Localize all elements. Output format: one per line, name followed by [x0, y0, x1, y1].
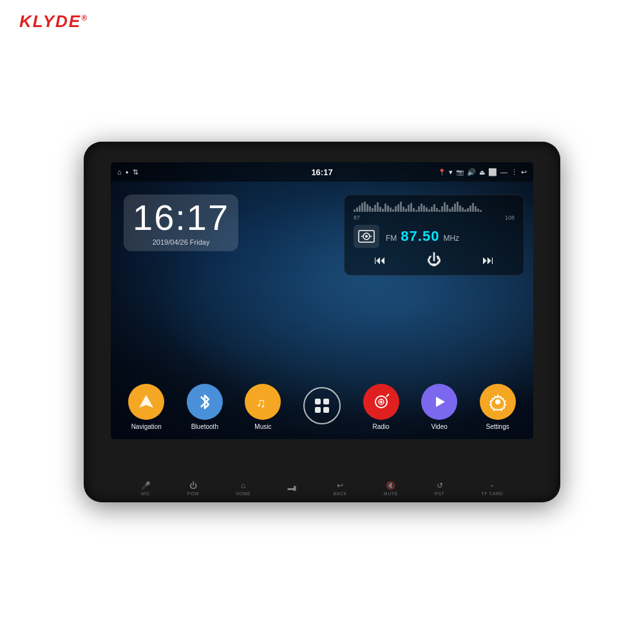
- freq-bar-16: [392, 209, 394, 212]
- hw-battery-button: ▬▮: [287, 484, 296, 493]
- radio-freq-display: FM 87.50 MHz: [386, 228, 515, 245]
- freq-bar-28: [423, 205, 425, 212]
- freq-bar-15: [390, 207, 392, 212]
- screen[interactable]: ⌂ ● ⇅ 16:17 📍 ▾ 📷 🔊 ⏏ ⬜ — ⋮ ↩ 16:17 20: [111, 162, 533, 439]
- settings-icon: [488, 392, 507, 412]
- radio-prev-button[interactable]: ⏮: [374, 254, 386, 267]
- app-radio[interactable]: Radio: [363, 384, 399, 430]
- location-status-icon: 📍: [438, 169, 446, 176]
- status-time: 16:17: [311, 167, 332, 177]
- freq-bar-47: [472, 203, 474, 212]
- freq-bar-12: [382, 209, 384, 212]
- freq-bar-34: [439, 210, 440, 212]
- freq-bar-36: [444, 202, 446, 212]
- brand-reg: ®: [81, 14, 88, 23]
- mic-label: MIC: [141, 491, 150, 496]
- svg-rect-7: [315, 399, 321, 404]
- status-bar: ⌂ ● ⇅ 16:17 📍 ▾ 📷 🔊 ⏏ ⬜ — ⋮ ↩: [111, 162, 533, 182]
- hw-rst-button[interactable]: ↺ RST: [435, 481, 445, 496]
- status-bar-left: ⌂ ● ⇅: [117, 168, 438, 176]
- hw-back-button[interactable]: ↩ BACK: [334, 481, 347, 496]
- freq-bar-33: [436, 208, 438, 212]
- app-home[interactable]: [303, 387, 341, 428]
- mute-icon: 🔇: [386, 481, 395, 490]
- settings-icon-circle: [480, 384, 516, 420]
- freq-bar-8: [372, 208, 374, 212]
- freq-bar-39: [451, 207, 453, 212]
- hw-tfcard-button[interactable]: ▫ TF CARD: [482, 481, 504, 496]
- freq-bar-13: [384, 204, 386, 212]
- freq-bar-42: [459, 205, 461, 212]
- svg-point-14: [380, 401, 383, 403]
- radio-widget[interactable]: 87 108 FM 87.50: [344, 194, 524, 276]
- hw-home-button[interactable]: ⌂ HOME: [236, 481, 251, 496]
- window-status-icon: —: [500, 168, 507, 176]
- freq-labels: 87 108: [354, 214, 515, 221]
- tfcard-label: TF CARD: [482, 491, 504, 496]
- tfcard-icon: ▫: [491, 481, 493, 490]
- freq-bar-31: [431, 207, 433, 212]
- battery-icon: ▬▮: [287, 484, 296, 491]
- power-icon: ⏻: [189, 481, 197, 490]
- home-hw-label: HOME: [236, 491, 251, 496]
- radio-app-label: Radio: [372, 423, 389, 430]
- freq-bar-24: [413, 208, 415, 212]
- mute-label: MUTE: [384, 491, 398, 496]
- radio-unit: MHz: [443, 234, 459, 243]
- freq-min-label: 87: [354, 214, 360, 221]
- freq-bar-43: [462, 207, 464, 212]
- more-status-icon: ⋮: [511, 168, 518, 176]
- radio-frequency: 87.50: [401, 228, 439, 245]
- freq-bar-18: [397, 204, 399, 212]
- app-settings[interactable]: Settings: [480, 384, 516, 430]
- app-music[interactable]: ♫ Music: [245, 384, 281, 430]
- music-icon: ♫: [253, 392, 272, 412]
- app-navigation[interactable]: Navigation: [128, 384, 164, 430]
- home-status-icon: ⌂: [117, 168, 122, 176]
- freq-bar-9: [374, 205, 376, 212]
- radio-band: FM: [386, 234, 397, 243]
- radio-controls: ⏮ ⏻ ⏭: [354, 252, 515, 269]
- back-hw-icon: ↩: [337, 481, 343, 490]
- grid-icon: [312, 396, 332, 415]
- wifi-status-icon: ▾: [449, 168, 453, 176]
- radio-power-button[interactable]: ⏻: [427, 252, 441, 269]
- freq-visualization: [354, 202, 515, 212]
- svg-line-13: [386, 394, 389, 397]
- screen-status-icon: ⬜: [488, 168, 497, 176]
- usb-status-icon: ⇅: [133, 168, 138, 176]
- freq-bar-23: [410, 203, 412, 212]
- svg-rect-8: [323, 399, 329, 404]
- app-video[interactable]: Video: [421, 384, 457, 430]
- freq-bar-26: [418, 206, 420, 212]
- hw-power-button[interactable]: ⏻ POW: [187, 481, 199, 496]
- freq-bar-37: [446, 205, 448, 212]
- freq-bar-48: [475, 206, 477, 212]
- clock-hours: 16: [133, 197, 175, 238]
- rst-label: RST: [435, 491, 445, 496]
- navigation-icon-circle: [128, 384, 164, 420]
- car-unit: ⌂ ● ⇅ 16:17 📍 ▾ 📷 🔊 ⏏ ⬜ — ⋮ ↩ 16:17 20: [84, 142, 560, 502]
- app-bluetooth[interactable]: Bluetooth: [187, 384, 223, 430]
- svg-marker-15: [436, 397, 445, 407]
- freq-bar-14: [387, 205, 389, 212]
- radio-app-icon: [372, 392, 391, 412]
- brand-logo: KLYDE®: [19, 12, 88, 32]
- freq-bar-6: [366, 204, 368, 212]
- radio-header: FM 87.50 MHz: [354, 225, 515, 248]
- bluetooth-label: Bluetooth: [191, 423, 218, 430]
- freq-bar-17: [395, 206, 397, 212]
- freq-bar-21: [405, 209, 407, 212]
- status-bar-right: 📍 ▾ 📷 🔊 ⏏ ⬜ — ⋮ ↩: [438, 168, 527, 176]
- hw-mute-button[interactable]: 🔇 MUTE: [384, 481, 398, 496]
- freq-bar-4: [361, 203, 363, 212]
- hw-mic-button[interactable]: 🎤 MIC: [141, 481, 151, 496]
- svg-text:♫: ♫: [256, 395, 266, 410]
- home-icon-circle: [303, 387, 341, 424]
- radio-next-button[interactable]: ⏭: [482, 254, 494, 267]
- freq-bar-35: [441, 206, 443, 212]
- freq-bar-1: [354, 209, 355, 212]
- radio-band-label: FM 87.50 MHz: [386, 228, 515, 245]
- svg-point-2: [365, 235, 368, 238]
- freq-bar-3: [359, 205, 361, 212]
